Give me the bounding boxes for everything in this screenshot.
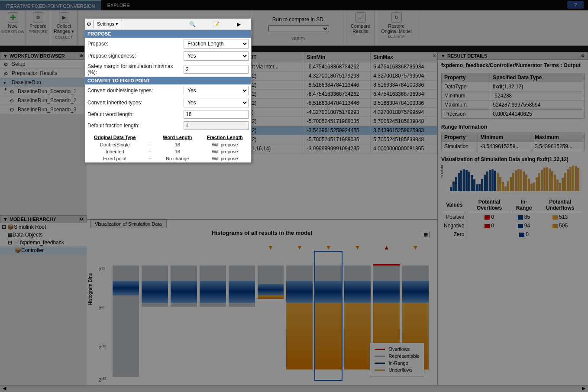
safety-margin-input[interactable] [184,65,249,74]
close-column-icon[interactable]: ✕ [433,53,436,58]
workflow-browser-title: WORKFLOW BROWSER [10,53,65,58]
svg-rect-34 [538,173,540,191]
panel-options-icon[interactable]: ⚙ [79,217,84,221]
result-details-head[interactable]: ▼ RESULT DETAILS ⚙ [438,52,588,60]
tree-item-root[interactable]: ⊟ 📦 Simulink Root [0,223,87,231]
section-workflow: WORKFLOW [1,29,25,35]
tree-item-model[interactable]: ⊟ 📄 fxpdemo_feedback [0,239,87,246]
svg-rect-27 [520,169,522,191]
triangle-down-icon: ▼ [3,217,8,222]
workflow-item[interactable]: ⚙BaselineRun_Scenario_3 [0,105,87,114]
top-tabs: ITERATIVE FIXED-POINT CONVERSION EXPLORE… [0,0,588,10]
workflow-browser-head[interactable]: ▼ WORKFLOW BROWSER ⚙ [0,52,87,60]
workflow-item[interactable]: ⚙Preparation Results [0,69,87,78]
histogram-bar[interactable] [200,251,226,381]
run-compare-label: Run to compare in SDI [272,12,325,23]
histogram-chart[interactable]: Histogram Bins 2122-82-282-48 ▼▼▼▼▲▼ Ove… [91,238,433,385]
svg-rect-47 [572,165,574,191]
workflow-item[interactable]: ⚙BaselineRun_Scenario_2 [0,96,87,105]
svg-rect-37 [546,167,548,191]
tree-item-controller[interactable]: 📦 Controller [0,246,87,254]
svg-text:% Occurrences: % Occurrences [441,165,444,178]
values-table: ValuesPotential OverflowsIn-RangePotenti… [441,197,585,239]
model-hierarchy-panel: ▼ MODEL HIERARCHY ⚙ ⊟ 📦 Simulink Root ▦ … [0,215,87,254]
model-hierarchy-head[interactable]: ▼ MODEL HIERARCHY ⚙ [0,215,87,223]
svg-rect-36 [543,168,546,191]
svg-rect-5 [463,169,465,191]
svg-rect-30 [528,179,530,191]
viz-options-icon[interactable]: ▦ [422,231,430,238]
status-bar: ◀ ▶ [0,385,588,392]
svg-rect-29 [525,175,527,191]
propose-section-head: PROPOSE [85,30,251,38]
tree-item-data-objects[interactable]: ▦ Data Objects [0,231,87,239]
plus-icon [8,12,18,23]
signedness-select[interactable]: Yes [184,51,249,61]
svg-rect-33 [536,177,538,191]
histogram-bar[interactable]: ▼ [315,251,342,381]
specified-dt-table: PropertySpecified Data Type DataTypefixd… [441,73,585,119]
section-manage: MANAGE [388,34,405,40]
restore-button[interactable]: ↻ Restore Original Model [377,12,416,34]
svg-rect-46 [569,167,572,191]
simulate-icon[interactable]: ▶ [237,21,241,27]
histogram-bar[interactable] [229,251,255,381]
apply-icon[interactable]: 📝 [213,21,220,27]
visualization-panel: Visualization of Simulation Data Histogr… [87,219,437,390]
svg-rect-32 [533,182,535,191]
safety-margin-label: Safety margin for simulation min/max (%)… [87,63,184,75]
gear-icon: ⚙ [87,21,91,27]
new-button[interactable]: New [1,12,25,29]
compare-results-button[interactable]: 📈 Compare Results [349,12,373,34]
svg-rect-13 [484,175,486,191]
triangle-down-icon: ▼ [3,53,8,58]
col-simmax[interactable]: SimMax✕ [371,52,437,62]
workflow-item-icon: ⚙ [10,107,16,112]
workflow-item[interactable]: ⚙Setup [0,60,87,69]
histogram-bar[interactable]: ▼ [286,251,313,381]
run-compare-dropdown[interactable] [268,25,329,32]
tab-fixed-point[interactable]: ITERATIVE FIXED-POINT CONVERSION [0,0,101,10]
svg-rect-22 [507,181,509,191]
help-button[interactable]: ? [567,1,584,9]
svg-rect-41 [556,179,559,191]
convert-double-label: Convert double/single types: [87,87,184,94]
histogram-bar[interactable] [171,251,197,381]
default-word-length-input[interactable] [184,110,249,119]
panel-options-icon[interactable]: ⚙ [79,54,84,58]
svg-rect-39 [551,171,553,191]
scroll-right-icon[interactable]: ▶ [579,386,588,391]
svg-rect-0 [450,187,452,191]
histogram-bar[interactable] [113,251,139,381]
histogram-bar[interactable]: ▼ [258,251,284,381]
collect-ranges-button[interactable]: ▶ Collect Ranges ▾ [52,12,76,34]
tab-explore[interactable]: EXPLORE [101,0,136,10]
svg-rect-11 [478,184,481,191]
viz-tab[interactable]: Visualization of Simulation Data [90,220,167,228]
prepare-button[interactable]: ⚙ Prepare [26,12,50,29]
col-simmin[interactable]: SimMin [304,52,371,62]
settings-popup: ⚙ Settings ▾ 🔍 📝 ▶ PROPOSE Propose: Frac… [84,18,252,163]
settings-dropdown-button[interactable]: Settings ▾ [93,20,122,28]
propose-icon[interactable]: 🔍 [189,21,196,27]
histogram-bar[interactable] [142,251,168,381]
svg-rect-31 [530,184,533,191]
propose-summary-table: Original Data TypeWord LengthFraction Le… [85,133,251,162]
default-word-length-label: Default word length: [87,111,184,117]
svg-rect-14 [486,172,488,191]
workflow-item[interactable]: ⚙BaselineRun_Scenario_1 [0,87,87,96]
convert-double-select[interactable]: Yes [184,86,249,95]
svg-rect-15 [489,170,491,191]
workflow-item[interactable]: ▾ ⏵BaselineRun [0,78,87,87]
svg-rect-40 [554,175,556,191]
propose-select[interactable]: Fraction Length [184,39,249,49]
convert-inherited-select[interactable]: Yes [184,98,249,107]
histogram-bar[interactable]: ▼ [344,251,371,381]
svg-rect-7 [468,172,470,191]
scroll-left-icon[interactable]: ◀ [0,386,9,391]
signedness-label: Propose signedness: [87,53,184,59]
restore-icon: ↻ [391,12,402,23]
panel-options-icon[interactable]: ⚙ [581,54,585,58]
convert-inherited-label: Convert inherited types: [87,100,184,106]
svg-rect-26 [517,169,520,191]
